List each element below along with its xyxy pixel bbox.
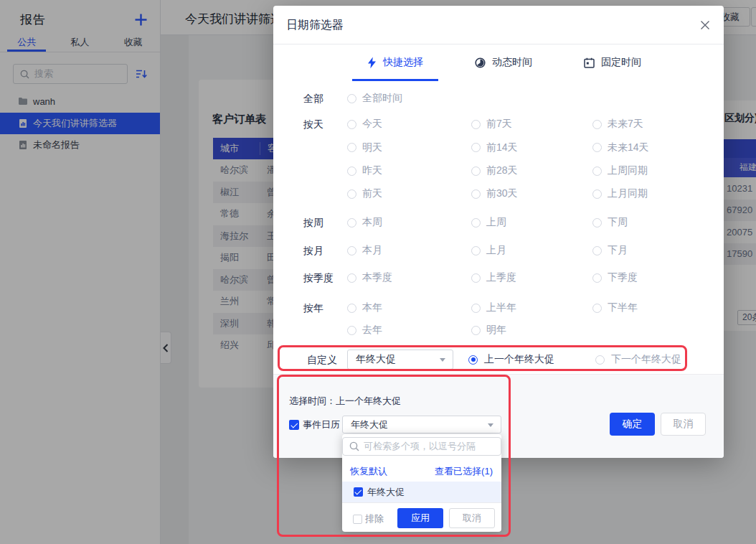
radio-icon <box>468 355 478 365</box>
event-select-dropdown: 可检索多个项，以逗号分隔 恢复默认 查看已选择(1) 年终大促 排除 应用 取消 <box>342 434 501 532</box>
calendar-icon <box>584 57 595 68</box>
radio-option-上季度[interactable]: 上季度 <box>471 271 516 285</box>
radio-previous-event[interactable]: 上一个年终大促 <box>468 352 554 367</box>
cancel-button[interactable]: 取消 <box>661 413 706 436</box>
radio-icon <box>471 218 481 228</box>
radio-icon <box>471 189 481 199</box>
radio-option-下周[interactable]: 下周 <box>592 215 628 230</box>
radio-icon <box>471 143 481 152</box>
radio-icon <box>471 120 481 129</box>
radio-option-本周[interactable]: 本周 <box>347 215 382 230</box>
radio-icon <box>347 218 356 228</box>
radio-icon <box>347 326 356 335</box>
radio-option-本季度[interactable]: 本季度 <box>347 271 392 285</box>
quick-row-5-0: 按年本年上半年下半年 <box>273 301 724 315</box>
radio-option-未来14天[interactable]: 未来14天 <box>592 141 649 155</box>
radio-option-明天[interactable]: 明天 <box>347 141 382 155</box>
checkbox-checked-icon <box>354 487 363 497</box>
group-label: 按年 <box>303 301 323 315</box>
radio-option-去年[interactable]: 去年 <box>347 323 382 337</box>
radio-option-全部时间[interactable]: 全部时间 <box>347 91 402 105</box>
radio-icon <box>592 304 602 313</box>
radio-icon <box>347 273 356 283</box>
radio-icon <box>471 273 481 283</box>
checkbox-checked-icon <box>289 420 299 430</box>
reset-default-link[interactable]: 恢复默认 <box>350 465 387 478</box>
selected-time-label: 选择时间：上一个年终大促 <box>289 395 401 408</box>
close-icon[interactable] <box>699 19 712 32</box>
radio-option-下半年[interactable]: 下半年 <box>592 301 638 315</box>
radio-icon <box>347 143 356 152</box>
radio-icon <box>592 273 602 283</box>
search-icon <box>349 441 359 451</box>
quick-row-1-0: 按天今天前7天未来7天 <box>273 117 724 131</box>
radio-icon <box>347 167 356 176</box>
dialog-tab-2[interactable]: 固定时间 <box>569 44 656 81</box>
radio-icon <box>592 167 602 176</box>
event-calendar-select[interactable]: 年终大促 <box>342 416 501 433</box>
radio-next-event[interactable]: 下一个年终大促 <box>595 352 681 367</box>
radio-icon <box>471 246 481 255</box>
chevron-down-icon <box>488 423 493 427</box>
radio-option-上半年[interactable]: 上半年 <box>471 301 516 315</box>
radio-option-明年[interactable]: 明年 <box>471 323 506 337</box>
radio-option-上月[interactable]: 上月 <box>471 243 506 258</box>
radio-icon <box>471 326 481 335</box>
quick-row-2-0: 按周本周上周下周 <box>273 215 724 230</box>
radio-icon <box>347 246 356 255</box>
custom-date-row: 自定义 年终大促 上一个年终大促 下一个年终大促 <box>273 352 724 367</box>
ok-button[interactable]: 确定 <box>610 413 655 436</box>
dialog-tab-1[interactable]: 动态时间 <box>460 44 547 81</box>
group-label: 按天 <box>303 117 323 131</box>
radio-icon <box>471 304 481 313</box>
radio-option-本月[interactable]: 本月 <box>347 243 382 258</box>
quick-row-4-0: 按季度本季度上季度下季度 <box>273 271 724 285</box>
radio-option-本年[interactable]: 本年 <box>347 301 382 315</box>
radio-option-前7天[interactable]: 前7天 <box>471 117 512 131</box>
date-filter-dialog: 日期筛选器 快捷选择动态时间固定时间 全部全部时间按天今天前7天未来7天明天前1… <box>273 6 724 458</box>
dropdown-item-0[interactable]: 年终大促 <box>342 482 501 502</box>
radio-icon <box>592 143 602 152</box>
view-selected-link[interactable]: 查看已选择(1) <box>435 465 493 478</box>
quick-row-1-1: 明天前14天未来14天 <box>273 141 724 155</box>
radio-option-未来7天[interactable]: 未来7天 <box>592 117 643 131</box>
group-label: 全部 <box>303 91 323 105</box>
radio-icon <box>347 120 356 129</box>
radio-icon <box>592 218 602 228</box>
radio-icon <box>595 355 605 365</box>
radio-option-上周同期[interactable]: 上周同期 <box>592 164 648 178</box>
dropdown-cancel-button[interactable]: 取消 <box>449 508 495 528</box>
quick-row-1-3: 前天前30天上月同期 <box>273 187 724 201</box>
group-label: 按季度 <box>303 271 334 285</box>
lightning-icon <box>367 57 377 69</box>
radio-option-前14天[interactable]: 前14天 <box>471 141 518 155</box>
quick-row-3-0: 按月本月上月下月 <box>273 243 724 258</box>
quick-select-panel: 全部全部时间按天今天前7天未来7天明天前14天未来14天昨天前28天上周同期前天… <box>273 87 724 374</box>
clock-icon <box>475 57 486 68</box>
dialog-tabs: 快捷选择动态时间固定时间 <box>273 44 724 81</box>
radio-icon <box>592 120 602 129</box>
radio-option-上月同期[interactable]: 上月同期 <box>592 187 648 201</box>
radio-option-昨天[interactable]: 昨天 <box>347 164 382 178</box>
radio-option-前30天[interactable]: 前30天 <box>471 187 518 201</box>
dropdown-footer: 排除 应用 取消 <box>342 502 501 532</box>
radio-icon <box>592 189 602 199</box>
radio-icon <box>347 94 356 103</box>
exclude-checkbox[interactable]: 排除 <box>353 512 384 525</box>
dialog-tab-0[interactable]: 快捷选择 <box>352 44 438 81</box>
chevron-down-icon <box>440 358 445 362</box>
custom-event-select[interactable]: 年终大促 <box>347 350 453 370</box>
quick-row-5-1: 去年明年 <box>273 323 724 337</box>
radio-option-今天[interactable]: 今天 <box>347 117 382 131</box>
radio-option-前28天[interactable]: 前28天 <box>471 164 518 178</box>
radio-option-上周[interactable]: 上周 <box>471 215 506 230</box>
dialog-title: 日期筛选器 <box>286 18 344 33</box>
dropdown-search-input[interactable]: 可检索多个项，以逗号分隔 <box>342 437 501 456</box>
group-label: 按周 <box>303 215 323 230</box>
radio-option-前天[interactable]: 前天 <box>347 187 382 201</box>
event-calendar-checkbox[interactable]: 事件日历 <box>289 419 340 431</box>
radio-option-下月[interactable]: 下月 <box>592 243 628 258</box>
apply-button[interactable]: 应用 <box>397 508 443 528</box>
dropdown-search-placeholder: 可检索多个项，以逗号分隔 <box>364 440 476 453</box>
radio-option-下季度[interactable]: 下季度 <box>592 271 638 285</box>
